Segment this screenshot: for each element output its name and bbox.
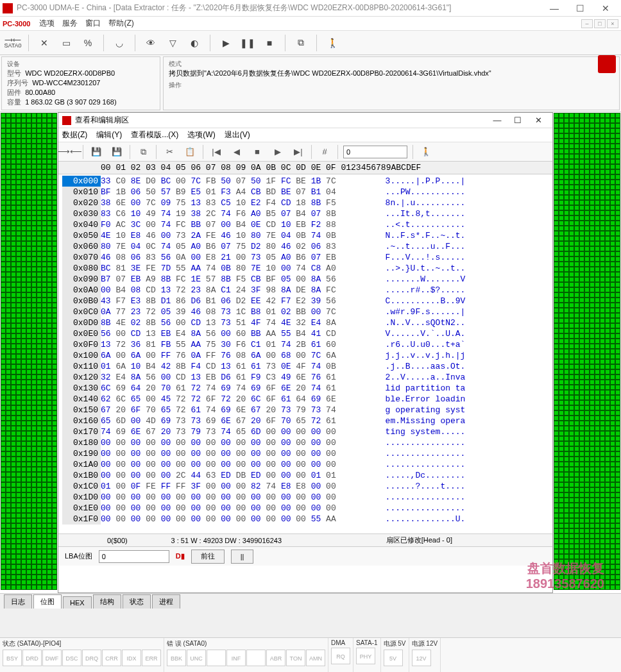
hex-row[interactable]: 0x0A000 B4 08 CD 13 72 23 8A C1 24 3F 98… (62, 285, 549, 296)
copy-icon[interactable]: ⧉ (135, 144, 151, 160)
goto-input[interactable] (343, 146, 407, 158)
play-button[interactable]: ▶ (217, 34, 235, 52)
hex-row[interactable]: 0x1B000 00 00 00 00 2C 44 63 ED DB ED 00… (62, 470, 549, 481)
hex-row[interactable]: 0x1306C 69 64 20 70 61 72 74 69 74 69 6F… (62, 383, 549, 394)
saveas-icon[interactable]: 💾 (109, 144, 124, 160)
hex-close-button[interactable]: ✕ (528, 115, 549, 125)
hex-row[interactable]: 0x00033 C0 8E D0 BC 00 7C FB 50 07 50 1F… (62, 176, 549, 187)
hex-row[interactable]: 0x080BC 81 3E FE 7D 55 AA 74 0B 80 7E 10… (62, 263, 549, 274)
hex-menubar: 数据(Z) 编辑(Y) 查看模版...(X) 选项(W) 退出(V) (58, 128, 552, 142)
save-icon[interactable]: 💾 (89, 144, 104, 160)
hex-menu-data[interactable]: 数据(Z) (62, 130, 87, 140)
lba-input[interactable] (99, 550, 169, 563)
cut-icon[interactable]: ✂ (162, 144, 177, 160)
tab-HEX[interactable]: HEX (63, 596, 92, 609)
hex-row[interactable]: 0x11001 6A 10 B4 42 8B F4 CD 13 61 61 73… (62, 361, 549, 372)
mdi-min-button[interactable]: – (581, 19, 593, 28)
copy-icon[interactable]: ⧉ (292, 34, 310, 52)
model-label: 型号 (7, 69, 21, 78)
hex-status-modified: 扇区已修改[Head - 0] (386, 535, 547, 545)
hex-row[interactable]: 0x1C001 00 0F FE FF FF 3F 00 00 00 82 74… (62, 481, 549, 492)
tab-状态[interactable]: 状态 (123, 594, 151, 609)
maximize-button[interactable]: ☐ (567, 0, 593, 17)
tab-位图[interactable]: 位图 (33, 594, 62, 609)
exit-icon[interactable]: 🚶 (323, 34, 341, 52)
minimize-button[interactable]: — (541, 0, 567, 17)
pause-button[interactable]: ❚❚ (239, 34, 257, 52)
hex-row[interactable]: 0x14062 6C 65 00 45 72 72 6F 72 20 6C 6F… (62, 394, 549, 405)
hex-menu-template[interactable]: 查看模版...(X) (131, 130, 178, 140)
hex-row[interactable]: 0x090B7 07 EB A9 8B FC 1E 57 8B F5 CB BF… (62, 274, 549, 285)
hex-row[interactable]: 0x15067 20 6F 70 65 72 61 74 69 6E 67 20… (62, 405, 549, 416)
sector-map-right[interactable] (553, 112, 621, 593)
binoculars-icon[interactable]: 👁 (142, 34, 160, 52)
hex-row[interactable]: 0x1006A 00 6A 00 FF 76 0A FF 76 08 6A 00… (62, 350, 549, 361)
hex-row[interactable]: 0x0504E 10 E8 46 00 73 2A FE 46 10 80 7E… (62, 230, 549, 241)
next-icon[interactable]: ▶ (270, 144, 285, 160)
grid-icon[interactable]: # (317, 144, 332, 160)
tools-icon[interactable]: ✕ (35, 34, 53, 52)
hex-row[interactable]: 0x03083 C6 10 49 74 19 38 2C 74 F6 A0 B5… (62, 208, 549, 219)
hex-max-button[interactable]: ☐ (507, 115, 528, 125)
hex-min-button[interactable]: — (487, 115, 507, 125)
tab-结构[interactable]: 结构 (93, 594, 121, 609)
hex-row[interactable]: 0x0B043 F7 E3 8B D1 86 D6 B1 06 D2 EE 42… (62, 296, 549, 307)
stop2-icon[interactable]: ■ (250, 144, 265, 160)
percent-icon[interactable]: % (79, 34, 97, 52)
close-button[interactable]: ✕ (593, 0, 618, 17)
hex-row[interactable]: 0x16065 6D 00 4D 69 73 73 69 6E 67 20 6F… (62, 416, 549, 426)
menu-service[interactable]: 服务 (62, 18, 78, 29)
hex-row[interactable]: 0x0D08B 4E 02 8B 56 00 CD 13 73 51 4F 74… (62, 317, 549, 328)
lba-go-button[interactable]: 前往 (191, 550, 225, 564)
exit2-icon[interactable]: 🚶 (418, 144, 434, 160)
filter-icon[interactable]: ▽ (164, 34, 182, 52)
hex-row[interactable]: 0x040F0 AC 3C 00 74 FC BB 07 00 B4 0E CD… (62, 219, 549, 230)
hex-menu-edit[interactable]: 编辑(Y) (96, 130, 122, 140)
tab-日志[interactable]: 日志 (4, 594, 32, 609)
fw-label: 固件 (7, 88, 21, 97)
db-icon[interactable]: ▭ (57, 34, 75, 52)
cap-value: 1 863.02 GB (3 907 029 168) (25, 98, 117, 106)
hex-nav-icon[interactable]: ⟶⟵ (62, 144, 78, 160)
hex-row[interactable]: 0x17074 69 6E 67 20 73 79 73 74 65 6D 00… (62, 426, 549, 437)
hex-row[interactable]: 0x1E000 00 00 00 00 00 00 00 00 00 00 00… (62, 503, 549, 514)
status-group-title: SATA-1 (356, 639, 378, 646)
hex-row[interactable]: 0x19000 00 00 00 00 00 00 00 00 00 00 00… (62, 448, 549, 459)
hex-row[interactable]: 0x07046 08 06 83 56 0A 00 E8 21 00 73 05… (62, 252, 549, 263)
hex-toolbar: ⟶⟵ 💾 💾 ⧉ ✂ 📋 |◀ ◀ ■ ▶ ▶| # 🚶 (58, 142, 552, 162)
disk1-icon[interactable]: ◡ (110, 34, 128, 52)
menu-options[interactable]: 选项 (39, 18, 55, 29)
lba-pause-button[interactable]: || (231, 550, 254, 564)
mdi-close-button[interactable]: × (607, 19, 618, 28)
sata-port-button[interactable]: ⟶⟵SATA0 (4, 34, 22, 52)
paste-icon[interactable]: 📋 (182, 144, 198, 160)
sector-map-left[interactable] (0, 112, 58, 593)
menu-window[interactable]: 窗口 (85, 18, 101, 29)
hex-menu-exit[interactable]: 退出(V) (225, 130, 250, 140)
op-header: 操作 (169, 81, 614, 90)
stop-button[interactable]: ■ (260, 34, 278, 52)
hex-body[interactable]: 0x00033 C0 8E D0 BC 00 7C FB 50 07 50 1F… (58, 174, 552, 533)
hex-row[interactable]: 0x12032 E4 8A 56 00 CD 13 EB D6 61 F9 C3… (62, 372, 549, 383)
last-icon[interactable]: ▶| (291, 144, 306, 160)
hex-menu-options[interactable]: 选项(W) (187, 130, 215, 140)
hex-row[interactable]: 0x1A000 00 00 00 00 00 00 00 00 00 00 00… (62, 459, 549, 470)
side-tool-icon[interactable] (598, 55, 616, 73)
menu-help[interactable]: 帮助(Z) (108, 18, 133, 29)
hex-row[interactable]: 0x010BF 1B 06 50 57 B9 E5 01 F3 A4 CB BD… (62, 187, 549, 197)
mdi-restore-button[interactable]: □ (594, 19, 606, 28)
hex-row[interactable]: 0x0F013 72 36 81 FB 55 AA 75 30 F6 C1 01… (62, 339, 549, 350)
first-icon[interactable]: |◀ (208, 144, 224, 160)
mode-text: 拷贝数据到"A:\2020年6月数据恢复任务\WDC WD20EZRX-00D8… (169, 69, 614, 78)
hex-editor-window: 查看和编辑扇区 — ☐ ✕ 数据(Z) 编辑(Y) 查看模版...(X) 选项(… (58, 112, 553, 593)
prev-icon[interactable]: ◀ (229, 144, 244, 160)
tab-进程[interactable]: 进程 (152, 594, 180, 609)
hex-row[interactable]: 0x1D000 00 00 00 00 00 00 00 00 00 00 00… (62, 492, 549, 503)
disk2-icon[interactable]: ◐ (185, 34, 203, 52)
hex-row[interactable]: 0x0E056 00 CD 13 EB E4 8A 56 00 60 BB AA… (62, 328, 549, 339)
hex-row[interactable]: 0x18000 00 00 00 00 00 00 00 00 00 00 00… (62, 437, 549, 448)
hex-row[interactable]: 0x06080 7E 04 0C 74 05 A0 B6 07 75 D2 80… (62, 241, 549, 252)
hex-row[interactable]: 0x0C00A 77 23 72 05 39 46 08 73 1C B8 01… (62, 307, 549, 317)
hex-row[interactable]: 0x02038 6E 00 7C 09 75 13 83 C5 10 E2 F4… (62, 197, 549, 208)
hex-row[interactable]: 0x1F000 00 00 00 00 00 00 00 00 00 00 00… (62, 514, 549, 525)
